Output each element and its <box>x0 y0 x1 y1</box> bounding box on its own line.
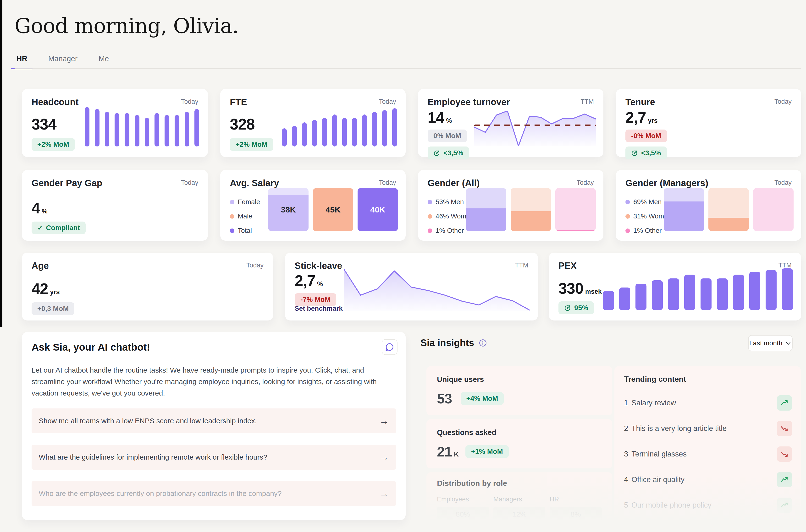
ask-sia-card: Ask Sia, your AI chatbot! Let our AI cha… <box>22 332 406 520</box>
questions-asked-panel: Questions asked 21K +1% MoM <box>426 419 612 469</box>
fte-bar-chart <box>282 107 397 147</box>
legend-label: 1% Other <box>436 227 464 234</box>
trend-up-icon <box>777 498 792 513</box>
role-label: HR <box>550 496 602 503</box>
turnover-line-chart <box>474 111 596 146</box>
distribution-panel: Distribution by role Employees80%Manager… <box>426 472 612 525</box>
role-column: Employees80% <box>437 496 489 522</box>
open-chatbot-button[interactable] <box>382 339 398 355</box>
bar <box>95 109 99 147</box>
tab-manager[interactable]: Manager <box>47 55 79 69</box>
period-label: Today <box>774 98 792 106</box>
unique-users-panel: Unique users 53 +4% MoM <box>426 366 612 415</box>
bar <box>603 291 614 310</box>
card-title: Avg. Salary <box>230 178 279 188</box>
gender-column <box>511 188 551 231</box>
info-icon[interactable] <box>479 339 487 347</box>
bar <box>322 118 327 147</box>
trending-item[interactable]: 4Office air quality <box>624 467 792 492</box>
mom-badge: +4% MoM <box>461 392 504 405</box>
age-value: 42yrs <box>32 281 60 297</box>
card-headcount: Headcount Today 334 +2% MoM <box>22 89 208 157</box>
bar <box>145 118 149 147</box>
stick-leave-value: 2,7% <box>295 273 323 288</box>
tab-me[interactable]: Me <box>97 55 111 69</box>
role-label: Managers <box>493 496 546 503</box>
turnover-value: 14% <box>428 110 452 125</box>
role-column: HR8% <box>550 496 602 522</box>
distribution-title: Distribution by role <box>437 479 507 488</box>
trending-rank: 4 <box>624 475 628 484</box>
gender-fill <box>664 202 704 231</box>
unique-users-value: 53 <box>437 391 454 406</box>
period-label: Today <box>774 179 792 186</box>
mom-badge: -0% MoM <box>625 130 667 142</box>
trend-down-icon <box>777 446 792 462</box>
bar <box>135 115 140 147</box>
legend-dot-icon <box>230 200 234 204</box>
bar <box>766 270 776 310</box>
bar <box>332 114 337 147</box>
left-edge-bar <box>0 0 2 327</box>
mom-badge: +2% MoM <box>32 138 75 151</box>
period-label: TTM <box>515 262 528 269</box>
card-fte: FTE Today 328 +2% MoM <box>220 89 406 157</box>
legend-dot-icon <box>625 200 630 204</box>
gender-column <box>555 188 596 231</box>
trending-title-text: Salary review <box>631 399 676 407</box>
mom-badge: -7% MoM <box>295 293 336 306</box>
bar <box>733 274 744 310</box>
arrow-right-icon: → <box>379 488 389 499</box>
prompt-row[interactable]: What are the guidelines for implementing… <box>32 445 396 470</box>
time-range-dropdown[interactable]: Last month <box>748 335 793 351</box>
bar <box>382 110 387 147</box>
card-avg-salary: Avg. Salary Today FemaleMaleTotal 38K45K… <box>220 170 406 241</box>
prompt-row[interactable]: Who are the employees currently on proba… <box>32 481 396 506</box>
bar <box>717 279 728 310</box>
trending-item[interactable]: 3Terminal glasses <box>624 441 792 467</box>
card-title: PEX <box>558 261 576 271</box>
period-label: Today <box>181 179 198 186</box>
trending-text: 3Terminal glasses <box>624 450 686 458</box>
card-pex: PEX TTM 330msek 95% <box>549 253 801 321</box>
prompt-row[interactable]: Show me all teams with a low ENPS score … <box>32 408 396 433</box>
trending-item[interactable]: 5Our mobile phone policy <box>624 492 792 518</box>
headcount-bar-chart <box>85 107 199 147</box>
trending-rank: 1 <box>624 399 628 407</box>
role-value-pill: 80% <box>437 507 489 522</box>
legend-dot-icon <box>230 228 234 233</box>
prompt-text: What are the guidelines for implementing… <box>39 453 267 461</box>
tab-hr[interactable]: HR <box>15 55 29 69</box>
goal-badge: <3,5% <box>428 147 469 159</box>
bar <box>302 122 307 147</box>
salary-legend: FemaleMaleTotal <box>230 198 260 234</box>
gender-fill <box>466 208 506 231</box>
ask-sia-title: Ask Sia, your AI chatbot! <box>32 342 150 353</box>
check-icon: ✓ <box>37 224 43 231</box>
compliant-badge: ✓ Compliant <box>32 222 86 234</box>
prompt-text: Who are the employees currently on proba… <box>39 490 282 498</box>
mom-badge: +1% MoM <box>465 445 509 458</box>
sia-insights-label: Sia insights <box>420 338 474 348</box>
benchmark-line <box>474 125 596 126</box>
headcount-value: 334 <box>32 117 56 132</box>
trending-item[interactable]: 1Salary review <box>624 390 792 416</box>
trending-item[interactable]: 2This is a very long article title <box>624 416 792 441</box>
trending-title: Trending content <box>624 375 686 384</box>
gender-column <box>466 188 506 231</box>
card-age: Age Today 42yrs +0,3 MoM <box>22 253 273 321</box>
set-benchmark-link[interactable]: Set benchmark <box>295 305 343 312</box>
card-title: Gender (Managers) <box>625 178 708 188</box>
bar <box>372 112 377 147</box>
goal-badge: 95% <box>558 301 594 314</box>
trend-down-icon <box>777 421 792 436</box>
gender-fill <box>555 230 596 231</box>
prompt-list: Show me all teams with a low ENPS score … <box>32 408 396 506</box>
gender-fill <box>511 211 551 231</box>
gender-managers-columns <box>664 188 793 231</box>
bar <box>175 115 179 147</box>
bar <box>684 274 695 310</box>
legend-label: Total <box>238 227 252 234</box>
period-label: TTM <box>581 98 594 106</box>
trending-title-text: This is a very long article title <box>631 424 727 433</box>
